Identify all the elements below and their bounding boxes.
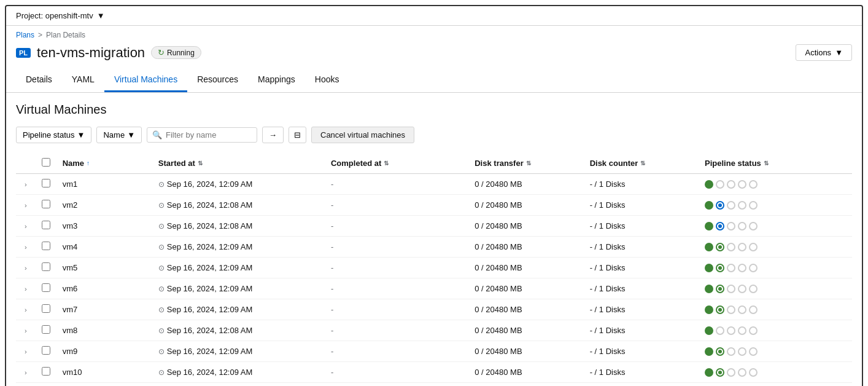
- row-expand-button[interactable]: ›: [22, 305, 29, 315]
- row-expand-button[interactable]: ›: [22, 221, 29, 231]
- th-started-at[interactable]: Started at ⇅: [152, 153, 325, 174]
- row-expand-button[interactable]: ›: [22, 368, 29, 377]
- th-name[interactable]: Name ↑: [56, 153, 152, 174]
- pipeline-dot-2: [727, 305, 735, 314]
- th-disk-transfer[interactable]: Disk transfer ⇅: [468, 153, 583, 174]
- row-checkbox[interactable]: [42, 242, 50, 250]
- breadcrumb-separator: >: [38, 31, 42, 39]
- pipeline-dot-1: [716, 243, 724, 251]
- pipeline-status-label: Pipeline status: [23, 130, 75, 140]
- pipeline-dot-4: [749, 264, 758, 272]
- table-header-row: Name ↑ Started at ⇅ Completed at ⇅: [16, 153, 852, 174]
- row-completed-at: -: [325, 258, 468, 278]
- project-chevron[interactable]: ▼: [97, 11, 105, 20]
- row-started-at: ⊙Sep 16, 2024, 12:09 AM: [152, 299, 325, 320]
- row-expand-cell: ›: [16, 174, 36, 195]
- th-disk-transfer-label: Disk transfer: [475, 159, 523, 168]
- tab-virtual-machines[interactable]: Virtual Machines: [104, 68, 187, 92]
- plan-header: PL ten-vms-migration ↻ Running Actions ▼: [6, 42, 862, 68]
- columns-button[interactable]: ⊟: [289, 127, 306, 143]
- table-row: › vm9 ⊙Sep 16, 2024, 12:09 AM - 0 / 2048…: [16, 341, 852, 362]
- row-checkbox[interactable]: [42, 283, 50, 292]
- pipeline-dot-0: [705, 305, 713, 314]
- row-checkbox-cell: [36, 216, 56, 237]
- row-started-at: ⊙Sep 16, 2024, 12:09 AM: [152, 278, 325, 299]
- row-expand-button[interactable]: ›: [22, 347, 29, 356]
- tab-resources[interactable]: Resources: [187, 68, 248, 92]
- table-row: › vm10 ⊙Sep 16, 2024, 12:09 AM - 0 / 204…: [16, 362, 852, 383]
- th-disk-transfer-sort-icon: ⇅: [526, 160, 531, 167]
- vm-table: Name ↑ Started at ⇅ Completed at ⇅: [16, 153, 852, 383]
- status-label: Running: [167, 49, 195, 57]
- tabs-bar: Details YAML Virtual Machines Resources …: [6, 68, 862, 93]
- pipeline-dot-0: [705, 368, 713, 377]
- tab-details[interactable]: Details: [16, 68, 62, 92]
- row-checkbox-cell: [36, 174, 56, 195]
- th-name-sort-icon: ↑: [87, 160, 90, 167]
- pipeline-dot-3: [738, 305, 746, 314]
- row-expand-button[interactable]: ›: [22, 242, 29, 252]
- cancel-virtual-machines-button[interactable]: Cancel virtual machines: [311, 127, 414, 143]
- pipeline-dot-3: [738, 180, 746, 189]
- table-row: › vm2 ⊙Sep 16, 2024, 12:08 AM - 0 / 2048…: [16, 195, 852, 216]
- row-checkbox[interactable]: [42, 325, 50, 334]
- row-pipeline-status: [699, 362, 852, 383]
- row-expand-cell: ›: [16, 237, 36, 258]
- row-checkbox[interactable]: [42, 304, 50, 313]
- tab-hooks[interactable]: Hooks: [305, 68, 349, 92]
- search-input[interactable]: [166, 130, 239, 140]
- row-expand-button[interactable]: ›: [22, 263, 29, 273]
- row-name: vm4: [56, 237, 152, 258]
- row-checkbox[interactable]: [42, 221, 50, 229]
- clock-icon: ⊙: [158, 243, 165, 251]
- table-row: › vm6 ⊙Sep 16, 2024, 12:09 AM - 0 / 2048…: [16, 278, 852, 299]
- row-expand-button[interactable]: ›: [22, 179, 29, 189]
- pipeline-status-filter[interactable]: Pipeline status ▼: [16, 127, 91, 143]
- search-arrow-button[interactable]: →: [262, 127, 284, 143]
- row-expand-button[interactable]: ›: [22, 326, 29, 336]
- pipeline-dot-1: [716, 285, 724, 293]
- row-name: vm5: [56, 258, 152, 278]
- th-checkbox: [36, 153, 56, 174]
- row-started-at: ⊙Sep 16, 2024, 12:09 AM: [152, 237, 325, 258]
- row-started-at: ⊙Sep 16, 2024, 12:08 AM: [152, 320, 325, 341]
- row-pipeline-status: [699, 341, 852, 362]
- table-row: › vm3 ⊙Sep 16, 2024, 12:08 AM - 0 / 2048…: [16, 216, 852, 237]
- select-all-checkbox[interactable]: [42, 158, 50, 167]
- breadcrumb: Plans > Plan Details: [6, 26, 862, 42]
- th-disk-counter[interactable]: Disk counter ⇅: [584, 153, 699, 174]
- name-filter[interactable]: Name ▼: [96, 127, 142, 143]
- row-checkbox[interactable]: [42, 346, 50, 355]
- pipeline-dot-3: [738, 285, 746, 293]
- row-disk-counter: - / 1 Disks: [584, 278, 699, 299]
- tab-mappings[interactable]: Mappings: [248, 68, 305, 92]
- row-disk-transfer: 0 / 20480 MB: [468, 174, 583, 195]
- row-checkbox[interactable]: [42, 367, 50, 376]
- row-checkbox[interactable]: [42, 179, 50, 187]
- row-checkbox[interactable]: [42, 200, 50, 208]
- breadcrumb-plans-link[interactable]: Plans: [16, 31, 34, 39]
- row-checkbox[interactable]: [42, 262, 50, 271]
- pipeline-dot-2: [727, 180, 735, 189]
- row-disk-transfer: 0 / 20480 MB: [468, 216, 583, 237]
- th-pipeline-status[interactable]: Pipeline status ⇅: [699, 153, 852, 174]
- row-checkbox-cell: [36, 258, 56, 278]
- row-expand-button[interactable]: ›: [22, 284, 29, 294]
- th-started-label: Started at: [158, 159, 195, 168]
- actions-button[interactable]: Actions ▼: [796, 44, 852, 61]
- tab-yaml[interactable]: YAML: [62, 68, 104, 92]
- row-name: vm8: [56, 320, 152, 341]
- table-row: › vm5 ⊙Sep 16, 2024, 12:09 AM - 0 / 2048…: [16, 258, 852, 278]
- row-expand-button[interactable]: ›: [22, 200, 29, 210]
- pipeline-dot-3: [738, 201, 746, 210]
- breadcrumb-current: Plan Details: [46, 31, 85, 39]
- row-started-at: ⊙Sep 16, 2024, 12:09 AM: [152, 174, 325, 195]
- row-disk-transfer: 0 / 20480 MB: [468, 320, 583, 341]
- row-started-at: ⊙Sep 16, 2024, 12:09 AM: [152, 258, 325, 278]
- pipeline-dot-0: [705, 201, 713, 210]
- pipeline-dot-0: [705, 264, 713, 272]
- pipeline-dot-3: [738, 347, 746, 356]
- row-disk-transfer: 0 / 20480 MB: [468, 299, 583, 320]
- th-completed-at[interactable]: Completed at ⇅: [325, 153, 468, 174]
- pipeline-dot-0: [705, 285, 713, 293]
